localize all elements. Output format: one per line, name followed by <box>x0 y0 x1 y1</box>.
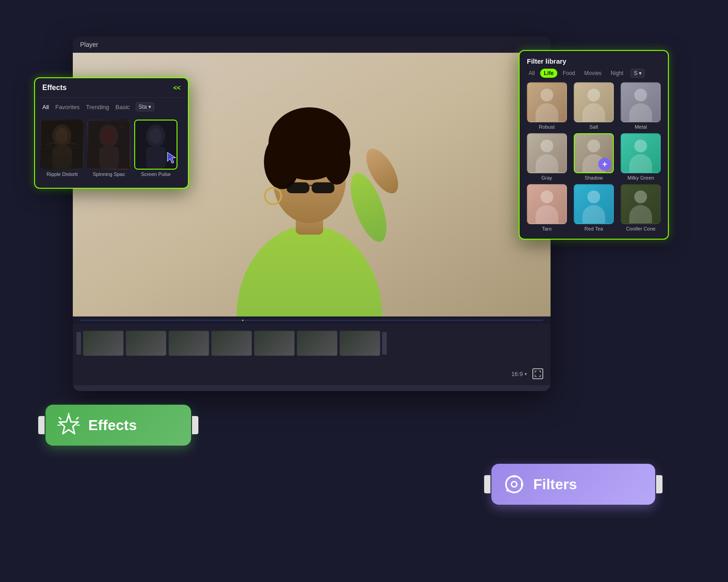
filter-thumb-conifer-cone <box>621 184 661 224</box>
effect-item-screen-pulse[interactable]: Screen Pulse <box>134 120 177 177</box>
timeline-right-handle[interactable] <box>382 332 387 355</box>
svg-line-29 <box>76 417 78 419</box>
filter-tab-food[interactable]: Food <box>559 69 579 78</box>
aspect-ratio-selector[interactable]: 16:9 ▾ <box>511 371 527 377</box>
effect-preview-spinning <box>88 120 130 169</box>
filter-item-gray[interactable]: Gray <box>525 133 568 181</box>
timeline-strip <box>73 324 551 362</box>
svg-point-33 <box>511 482 517 487</box>
effects-tab-basic[interactable]: Basic <box>114 103 132 111</box>
effects-badge-right-handle <box>192 416 198 434</box>
fullscreen-icon <box>535 371 541 377</box>
svg-point-19 <box>103 128 115 144</box>
filters-icon <box>502 472 526 496</box>
filter-item-red-tea[interactable]: Red Tea <box>572 184 615 231</box>
svg-point-5 <box>264 135 300 189</box>
svg-rect-16 <box>52 147 72 169</box>
filter-label-shadow: Shadow <box>585 175 603 181</box>
filter-tab-more-dropdown[interactable]: S ▾ <box>631 69 645 78</box>
svg-rect-20 <box>99 147 119 169</box>
effects-badge[interactable]: Effects <box>46 405 191 446</box>
timeline-thumb-2 <box>126 331 167 356</box>
filter-tabs: All Life Food Movies Night S ▾ <box>520 69 668 82</box>
player-header: Player <box>73 36 551 53</box>
effects-star-icon <box>56 413 81 437</box>
aspect-ratio-chevron: ▾ <box>525 371 527 376</box>
filters-badge[interactable]: Filters <box>491 464 655 505</box>
aspect-ratio-label: 16:9 <box>511 371 523 377</box>
effects-panel-title: Effects <box>42 84 66 92</box>
filter-item-taro[interactable]: Taro <box>525 184 568 231</box>
filter-label-salt: Salt <box>590 124 598 130</box>
filter-item-milky-green[interactable]: Milky Green <box>619 133 662 181</box>
player-title: Player <box>80 41 98 48</box>
timeline-thumb-1 <box>83 331 124 356</box>
filter-thumb-milky-green <box>621 133 661 173</box>
svg-rect-26 <box>146 147 166 169</box>
fullscreen-button[interactable] <box>532 368 543 379</box>
filter-thumb-robust <box>527 82 567 122</box>
effect-thumb-spinning <box>87 120 131 170</box>
effect-item-ripple[interactable]: Ripple Distorti <box>40 120 84 177</box>
timeline-left-handle[interactable] <box>76 332 81 355</box>
svg-point-15 <box>56 128 68 144</box>
timeline-thumb-3 <box>168 331 209 356</box>
filter-tab-movies[interactable]: Movies <box>581 69 605 78</box>
filter-label-red-tea: Red Tea <box>585 226 603 231</box>
svg-rect-7 <box>287 182 309 193</box>
svg-rect-13 <box>41 120 83 168</box>
filter-label-milky-green: Milky Green <box>627 175 654 181</box>
filter-label-metal: Metal <box>635 124 647 130</box>
effects-tabs: All Favorites Trending Basic Sta ▾ <box>35 98 188 116</box>
filter-item-metal[interactable]: Metal <box>619 82 662 130</box>
effects-tab-all[interactable]: All <box>40 103 51 111</box>
effect-item-spinning[interactable]: Spinning Spac <box>87 120 131 177</box>
effect-label-spinning: Spinning Spac <box>93 171 125 177</box>
effect-label-screen-pulse: Screen Pulse <box>141 171 171 177</box>
effect-thumb-ripple <box>40 120 84 170</box>
timeline-thumb-7 <box>339 331 380 356</box>
filter-thumb-taro <box>527 184 567 224</box>
timeline-dots-row <box>73 316 551 324</box>
filter-library-panel: Filter library All Life Food Movies Nigh… <box>519 50 669 240</box>
filter-add-button[interactable]: + <box>598 158 611 171</box>
filter-item-salt[interactable]: Salt <box>572 82 615 130</box>
effects-collapse-button[interactable]: << <box>173 84 181 91</box>
svg-line-30 <box>59 417 61 419</box>
filter-tab-all[interactable]: All <box>525 69 538 78</box>
filter-label-robust: Robust <box>539 124 555 130</box>
effects-tab-favorites[interactable]: Favorites <box>53 103 81 111</box>
effects-badge-label: Effects <box>88 417 137 434</box>
timeline-controls: 16:9 ▾ <box>73 362 551 385</box>
effects-tab-more-dropdown[interactable]: Sta ▾ <box>136 102 154 111</box>
effect-label-ripple: Ripple Distorti <box>46 171 77 177</box>
filters-badge-left-handle <box>484 475 490 493</box>
filter-item-shadow[interactable]: + Shadow <box>572 133 615 181</box>
timeline-thumb-5 <box>254 331 295 356</box>
svg-marker-27 <box>167 152 176 163</box>
effects-badge-left-handle <box>38 416 45 434</box>
svg-point-25 <box>150 128 162 144</box>
filter-thumb-salt <box>574 82 614 122</box>
effects-panel: Effects << All Favorites Trending Basic … <box>34 77 189 189</box>
filters-badge-label: Filters <box>533 476 577 493</box>
filters-badge-right-handle <box>656 475 662 493</box>
filter-label-taro: Taro <box>542 226 551 231</box>
filter-thumb-red-tea <box>574 184 614 224</box>
effects-grid: Ripple Distorti Spinning Spac <box>35 116 188 181</box>
filter-grid: Robust Salt Metal Gray + Shado <box>520 82 668 231</box>
filter-item-robust[interactable]: Robust <box>525 82 568 130</box>
filter-tab-night[interactable]: Night <box>607 69 627 78</box>
effects-panel-header: Effects << <box>35 78 188 98</box>
cursor-arrow <box>167 151 177 165</box>
filter-tab-life[interactable]: Life <box>540 69 557 78</box>
effects-tab-trending[interactable]: Trending <box>84 103 111 111</box>
timeline-thumb-4 <box>211 331 252 356</box>
svg-point-6 <box>323 139 350 185</box>
svg-point-14 <box>52 125 71 147</box>
filter-item-conifer-cone[interactable]: Conifer Cone <box>619 184 662 231</box>
filter-thumb-metal <box>621 82 661 122</box>
effect-thumb-screen-pulse <box>134 120 177 170</box>
filter-library-header: Filter library <box>520 51 668 69</box>
filter-library-title: Filter library <box>527 57 566 65</box>
